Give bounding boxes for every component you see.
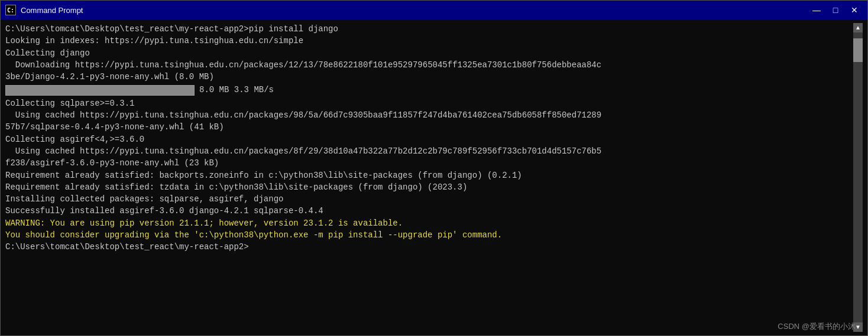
terminal-line: Collecting django xyxy=(5,47,853,59)
scroll-up-arrow[interactable]: ▲ xyxy=(853,23,863,32)
window: C: Command Prompt — □ ✕ C:\Users\tomcat\… xyxy=(0,0,868,336)
terminal-line: You should consider upgrading via the 'c… xyxy=(5,229,853,241)
terminal-line: Successfully installed asgiref-3.6.0 dja… xyxy=(5,205,853,217)
terminal-body: C:\Users\tomcat\Desktop\test_react\my-re… xyxy=(1,19,867,335)
progress-text: 8.0 MB 3.3 MB/s xyxy=(199,84,274,96)
terminal-line: f238/asgiref-3.6.0-py3-none-any.whl (23 … xyxy=(5,157,853,169)
terminal-line: Downloading https://pypi.tuna.tsinghua.e… xyxy=(5,59,853,71)
scrollbar[interactable]: ▲ ▼ xyxy=(853,23,863,332)
terminal-line: C:\Users\tomcat\Desktop\test_react\my-re… xyxy=(5,23,853,35)
terminal-line: Collecting sqlparse>=0.3.1 xyxy=(5,97,853,109)
terminal-line: Installing collected packages: sqlparse,… xyxy=(5,193,853,205)
terminal-line: 3be/Django-4.2.1-py3-none-any.whl (8.0 M… xyxy=(5,71,853,83)
title-bar-left: C: Command Prompt xyxy=(5,5,83,15)
terminal-line: Looking in indexes: https://pypi.tuna.ts… xyxy=(5,35,853,47)
progress-bar-line: 8.0 MB 3.3 MB/s xyxy=(5,84,853,96)
window-title: Command Prompt xyxy=(21,6,83,15)
title-bar: C: Command Prompt — □ ✕ xyxy=(1,1,867,19)
terminal-line: Using cached https://pypi.tuna.tsinghua.… xyxy=(5,109,853,121)
terminal-line: WARNING: You are using pip version 21.1.… xyxy=(5,217,853,229)
title-bar-controls: — □ ✕ xyxy=(808,4,863,17)
maximize-button[interactable]: □ xyxy=(827,4,844,17)
terminal-line: Using cached https://pypi.tuna.tsinghua.… xyxy=(5,145,853,157)
terminal-line: 57b7/sqlparse-0.4.4-py3-none-any.whl (41… xyxy=(5,121,853,133)
terminal-line: Requirement already satisfied: tzdata in… xyxy=(5,181,853,193)
minimize-button[interactable]: — xyxy=(808,4,825,17)
terminal-line: Requirement already satisfied: backports… xyxy=(5,169,853,181)
terminal-content: C:\Users\tomcat\Desktop\test_react\my-re… xyxy=(5,23,853,332)
scrollbar-thumb[interactable] xyxy=(853,38,863,62)
scrollbar-track[interactable] xyxy=(853,32,863,322)
terminal-line: C:\Users\tomcat\Desktop\test_react\my-re… xyxy=(5,241,853,253)
watermark: CSDN @爱看书的小沐 xyxy=(778,321,856,332)
terminal-line: Collecting asgiref<4,>=3.6.0 xyxy=(5,133,853,145)
progress-bar xyxy=(5,85,195,96)
cmd-icon: C: xyxy=(5,5,16,15)
close-button[interactable]: ✕ xyxy=(846,4,863,17)
